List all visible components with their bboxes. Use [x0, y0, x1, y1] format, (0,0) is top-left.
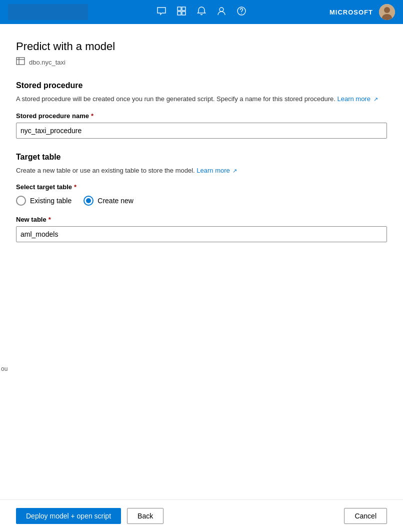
deploy-button[interactable]: Deploy model + open script: [16, 508, 121, 524]
external-link-icon-2: ↗: [232, 167, 237, 175]
main-content: Predict with a model dbo.nyc_taxi Stored…: [0, 24, 403, 532]
user-avatar[interactable]: [379, 4, 395, 20]
stored-procedure-desc: A stored procedure will be created once …: [16, 94, 387, 104]
stored-procedure-name-label: Stored procedure name *: [16, 112, 387, 120]
target-table-title: Target table: [16, 153, 387, 162]
subtitle-row: dbo.nyc_taxi: [16, 57, 387, 67]
required-star-3: *: [48, 216, 51, 223]
table-icon: [16, 57, 25, 67]
page-title: Predict with a model: [16, 40, 387, 53]
form-area: Predict with a model dbo.nyc_taxi Stored…: [0, 24, 403, 499]
new-table-input[interactable]: [16, 226, 387, 242]
required-star-2: *: [74, 183, 76, 191]
brand-label: MICROSOFT: [330, 9, 373, 16]
footer: Deploy model + open script Back Cancel: [0, 499, 403, 532]
target-table-section: Target table Create a new table or use a…: [16, 153, 387, 243]
topbar-nav-icons: [156, 6, 246, 19]
svg-rect-3: [182, 12, 186, 15]
topbar-right: MICROSOFT: [330, 4, 395, 20]
topbar: MICROSOFT: [0, 0, 403, 24]
side-artifact-text: ou: [1, 365, 8, 372]
svg-point-4: [220, 8, 224, 12]
svg-point-6: [241, 13, 242, 14]
user-icon[interactable]: [216, 6, 226, 19]
target-table-learn-more[interactable]: Learn more ↗: [196, 167, 237, 174]
radio-circle-existing: [16, 196, 26, 206]
new-table-label: New table *: [16, 216, 387, 223]
radio-option-existing[interactable]: Existing table: [16, 196, 72, 206]
radio-label-existing: Existing table: [30, 197, 72, 205]
topbar-logo[interactable]: [8, 4, 88, 20]
comment-icon[interactable]: [156, 6, 166, 19]
radio-label-create-new: Create new: [98, 197, 134, 205]
svg-rect-1: [182, 7, 186, 11]
svg-rect-2: [178, 12, 181, 15]
grid-icon[interactable]: [176, 6, 186, 19]
new-table-field-container: New table *: [16, 216, 387, 242]
radio-option-create-new[interactable]: Create new: [84, 196, 134, 206]
radio-circle-create-new: [84, 196, 94, 206]
stored-procedure-learn-more[interactable]: Learn more ↗: [337, 95, 378, 103]
stored-procedure-section: Stored procedure A stored procedure will…: [16, 81, 387, 139]
external-link-icon: ↗: [374, 95, 378, 104]
bell-icon[interactable]: [196, 6, 206, 19]
required-star-1: *: [91, 112, 94, 120]
back-button[interactable]: Back: [127, 508, 164, 524]
target-table-desc: Create a new table or use an existing ta…: [16, 166, 387, 176]
svg-rect-10: [16, 58, 24, 65]
cancel-button[interactable]: Cancel: [344, 508, 387, 524]
svg-rect-0: [178, 7, 181, 11]
help-icon[interactable]: [236, 6, 246, 19]
stored-procedure-title: Stored procedure: [16, 81, 387, 90]
svg-point-8: [384, 7, 390, 13]
target-table-radio-group: Existing table Create new: [16, 196, 387, 206]
stored-procedure-name-input[interactable]: [16, 123, 387, 139]
select-target-table-label: Select target table *: [16, 183, 387, 191]
subtitle-text: dbo.nyc_taxi: [29, 59, 66, 66]
